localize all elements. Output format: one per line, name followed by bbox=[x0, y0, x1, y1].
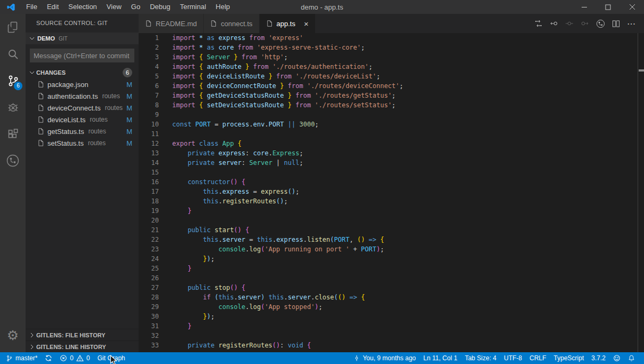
line-number: 14 bbox=[139, 158, 159, 168]
tab-app.ts[interactable]: app.ts× bbox=[260, 14, 316, 33]
branch-indicator[interactable]: master* bbox=[2, 352, 41, 364]
line-content: const PORT = process.env.PORT || 3000; bbox=[172, 120, 319, 129]
sidebar-title: SOURCE CONTROL: GIT bbox=[26, 14, 139, 33]
tab-close-icon[interactable]: × bbox=[304, 20, 309, 28]
line-content: console.log('App running on port ' + POR… bbox=[172, 244, 384, 254]
next-change-icon[interactable] bbox=[579, 18, 590, 29]
activity-bar: 6 ⚙ bbox=[0, 14, 26, 352]
changed-file-row[interactable]: authentication.tsroutesM bbox=[26, 90, 139, 102]
code-line-24: 24 }); bbox=[139, 254, 644, 264]
menu-bar: FileEditSelectionViewGoDebugTerminalHelp bbox=[21, 0, 235, 14]
code-line-27: 27 public stop() { bbox=[139, 283, 644, 292]
line-number: 26 bbox=[139, 273, 159, 283]
menu-help[interactable]: Help bbox=[211, 0, 235, 14]
overview-ruler-marker bbox=[639, 69, 644, 72]
line-number: 9 bbox=[139, 110, 159, 120]
maximize-button[interactable] bbox=[596, 0, 620, 14]
changed-file-row[interactable]: getStatus.tsroutesM bbox=[26, 125, 139, 137]
code-line-20: 20 bbox=[139, 216, 644, 225]
activity-explorer-icon[interactable] bbox=[0, 14, 26, 41]
activity-source-control-icon[interactable]: 6 bbox=[0, 67, 26, 94]
code-line-10: 10const PORT = process.env.PORT || 3000; bbox=[139, 120, 644, 129]
editor-scrollbar[interactable] bbox=[638, 33, 644, 352]
minimize-button[interactable] bbox=[572, 0, 596, 14]
tab-connect.ts[interactable]: connect.ts bbox=[204, 14, 259, 33]
close-button[interactable] bbox=[620, 0, 644, 14]
gitlens-section-header[interactable]: GITLENS: FILE HISTORY bbox=[26, 329, 139, 341]
title-bar: FileEditSelectionViewGoDebugTerminalHelp… bbox=[0, 0, 644, 14]
git-status-letter: M bbox=[126, 81, 132, 89]
file-name: deviceConnect.ts bbox=[47, 104, 101, 112]
line-content: this.express = express(); bbox=[172, 187, 299, 196]
line-number: 21 bbox=[139, 225, 159, 235]
problems-indicator[interactable]: 00 bbox=[56, 352, 93, 364]
line-content: } bbox=[172, 206, 191, 216]
code-editor[interactable]: 1import * as express from 'express'2impo… bbox=[139, 33, 644, 352]
code-line-19: 19 } bbox=[139, 206, 644, 216]
open-changes-icon[interactable] bbox=[533, 18, 544, 29]
changed-file-row[interactable]: package.jsonM bbox=[26, 78, 139, 90]
menu-selection[interactable]: Selection bbox=[63, 0, 101, 14]
git-status-letter: M bbox=[126, 139, 132, 147]
activity-git-graph-icon[interactable] bbox=[0, 147, 26, 174]
source-control-sidebar: SOURCE CONTROL: GIT DEMO GIT CHANGES 6 p… bbox=[26, 14, 139, 352]
git-status-letter: M bbox=[126, 128, 132, 136]
gitlens-section-label: GITLENS: LINE HISTORY bbox=[36, 344, 106, 350]
line-content: export class App { bbox=[172, 139, 241, 148]
eol-sequence[interactable]: CRLF bbox=[526, 352, 550, 364]
changes-label: CHANGES bbox=[36, 69, 66, 76]
line-content: public stop() { bbox=[172, 283, 245, 292]
notifications-bell[interactable] bbox=[624, 352, 639, 364]
cursor-position[interactable]: Ln 11, Col 1 bbox=[420, 352, 461, 364]
manage-gear-icon[interactable]: ⚙ bbox=[0, 325, 26, 346]
activity-extensions-icon[interactable] bbox=[0, 121, 26, 147]
more-actions-icon[interactable]: ⋯ bbox=[626, 18, 637, 29]
line-number: 23 bbox=[139, 244, 159, 254]
code-line-11: 11 bbox=[139, 129, 644, 139]
menu-edit[interactable]: Edit bbox=[42, 0, 63, 14]
changed-file-row[interactable]: setStatus.tsroutesM bbox=[26, 137, 139, 149]
sync-button[interactable] bbox=[41, 352, 56, 364]
editor-group: README.mdconnect.tsapp.ts× ⋯ 1import * a… bbox=[139, 14, 644, 352]
line-number: 11 bbox=[139, 129, 159, 139]
line-number: 28 bbox=[139, 292, 159, 302]
line-content: constructor() { bbox=[172, 177, 245, 187]
code-line-3: 3import { Server } from 'http'; bbox=[139, 52, 644, 62]
menu-terminal[interactable]: Terminal bbox=[175, 0, 211, 14]
gitlens-section-header[interactable]: GITLENS: LINE HISTORY bbox=[26, 341, 139, 352]
menu-debug[interactable]: Debug bbox=[145, 0, 175, 14]
activity-debug-icon[interactable] bbox=[0, 94, 26, 121]
commit-message-input[interactable] bbox=[30, 49, 134, 62]
menu-go[interactable]: Go bbox=[126, 0, 145, 14]
menu-file[interactable]: File bbox=[21, 0, 42, 14]
feedback-button[interactable] bbox=[609, 352, 624, 364]
current-change-icon[interactable] bbox=[564, 18, 575, 29]
file-folder: routes bbox=[105, 104, 123, 112]
language-mode[interactable]: TypeScript bbox=[550, 352, 588, 364]
changes-section-header[interactable]: CHANGES 6 bbox=[26, 67, 139, 78]
menu-view[interactable]: View bbox=[102, 0, 126, 14]
indentation[interactable]: Tab Size: 4 bbox=[461, 352, 500, 364]
line-number: 20 bbox=[139, 216, 159, 225]
previous-change-icon[interactable] bbox=[549, 18, 559, 29]
line-number: 4 bbox=[139, 62, 159, 72]
code-line-18: 18 this.registerRoutes(); bbox=[139, 196, 644, 206]
code-line-14: 14 private server: Server | null; bbox=[139, 158, 644, 168]
tab-README.md[interactable]: README.md bbox=[139, 14, 204, 33]
split-editor-icon[interactable] bbox=[610, 18, 621, 29]
blame-annotation[interactable]: You, 9 months ago bbox=[350, 352, 420, 364]
changed-file-row[interactable]: deviceList.tsroutesM bbox=[26, 114, 139, 125]
typescript-version[interactable]: 3.7.2 bbox=[587, 352, 609, 364]
encoding[interactable]: UTF-8 bbox=[500, 352, 526, 364]
changed-file-row[interactable]: deviceConnect.tsroutesM bbox=[26, 102, 139, 114]
git-graph-view-icon[interactable] bbox=[595, 18, 606, 29]
git-status-letter: M bbox=[126, 104, 132, 112]
code-line-13: 13 private express: core.Express; bbox=[139, 148, 644, 158]
activity-search-icon[interactable] bbox=[0, 41, 26, 67]
line-number: 22 bbox=[139, 235, 159, 244]
line-number: 27 bbox=[139, 283, 159, 292]
scm-count-badge: 6 bbox=[14, 82, 22, 90]
repo-section-header[interactable]: DEMO GIT bbox=[26, 33, 139, 44]
line-content: import { authRoute } from './routes/auth… bbox=[172, 62, 373, 72]
git-graph-button[interactable]: Git Graph bbox=[94, 352, 129, 364]
